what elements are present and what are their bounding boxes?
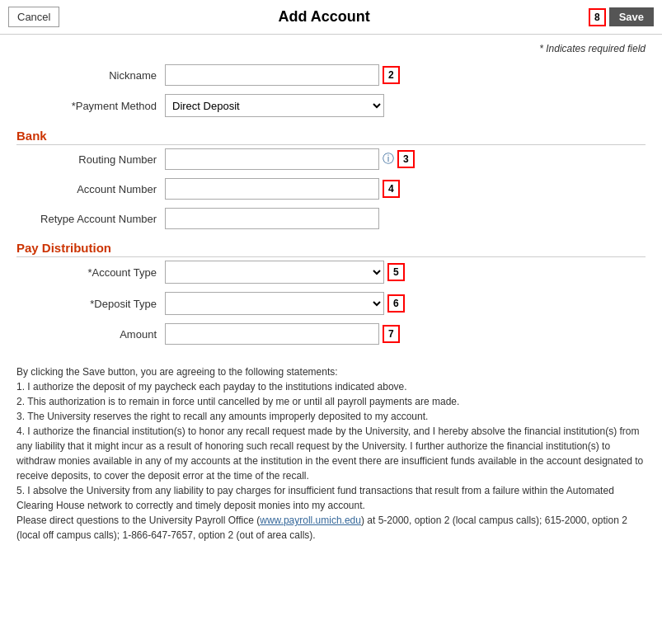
account-number-group: Account Number 4	[16, 178, 646, 200]
nickname-label: Nickname	[16, 69, 165, 82]
account-type-label: *Account Type	[16, 266, 165, 279]
routing-number-badge: 3	[397, 150, 415, 168]
payroll-link[interactable]: www.payroll.umich.edu	[260, 515, 361, 526]
page-title: Add Account	[59, 8, 588, 26]
account-type-group: *Account Type Checking Savings 5	[16, 261, 646, 284]
amount-input[interactable]	[165, 323, 379, 345]
form-content: * Indicates required field Nickname 2 *P…	[0, 35, 662, 559]
account-number-label: Account Number	[16, 183, 165, 195]
deposit-type-select[interactable]: Full Net Pay Fixed Amount Percentage	[165, 292, 384, 315]
routing-number-group: Routing Number ⓘ 3	[16, 148, 646, 170]
amount-wrapper: 7	[165, 323, 400, 345]
account-type-wrapper: Checking Savings 5	[165, 261, 405, 284]
deposit-type-group: *Deposit Type Full Net Pay Fixed Amount …	[16, 292, 646, 315]
nickname-input[interactable]	[165, 64, 379, 86]
required-note: * Indicates required field	[16, 43, 646, 54]
page-header: Cancel Add Account 8 Save	[0, 0, 662, 35]
save-button[interactable]: Save	[609, 7, 654, 26]
bank-section-header: Bank	[16, 129, 646, 145]
deposit-type-wrapper: Full Net Pay Fixed Amount Percentage 6	[165, 292, 405, 315]
pay-dist-section-header: Pay Distribution	[16, 241, 646, 257]
retype-account-wrapper	[165, 208, 379, 229]
save-step-badge: 8	[589, 8, 606, 26]
account-number-input[interactable]	[165, 178, 379, 200]
routing-number-wrapper: ⓘ 3	[165, 148, 415, 170]
cancel-button[interactable]: Cancel	[8, 7, 59, 27]
retype-account-group: Retype Account Number	[16, 208, 646, 229]
retype-account-input[interactable]	[165, 208, 379, 229]
nickname-badge: 2	[383, 66, 400, 84]
nickname-wrapper: 2	[165, 64, 400, 86]
account-number-wrapper: 4	[165, 178, 400, 200]
disclaimer-text: By clicking the Save button, you are agr…	[16, 364, 646, 543]
payment-method-label: *Payment Method	[16, 100, 165, 112]
account-number-badge: 4	[383, 180, 400, 198]
deposit-type-label: *Deposit Type	[16, 298, 165, 310]
nickname-group: Nickname 2	[16, 64, 646, 86]
retype-account-label: Retype Account Number	[16, 213, 165, 225]
account-type-badge: 5	[387, 263, 405, 281]
account-type-select[interactable]: Checking Savings	[165, 261, 384, 284]
payment-method-group: *Payment Method Direct Deposit Check	[16, 94, 646, 117]
payment-method-select[interactable]: Direct Deposit Check	[165, 94, 384, 117]
payment-method-wrapper: Direct Deposit Check	[165, 94, 384, 117]
header-right: 8 Save	[589, 7, 654, 26]
amount-label: Amount	[16, 328, 165, 341]
routing-number-input[interactable]	[165, 148, 379, 170]
deposit-type-badge: 6	[387, 294, 405, 313]
amount-badge: 7	[383, 325, 400, 343]
routing-number-label: Routing Number	[16, 153, 165, 166]
routing-info-icon[interactable]: ⓘ	[383, 152, 394, 167]
amount-group: Amount 7	[16, 323, 646, 345]
